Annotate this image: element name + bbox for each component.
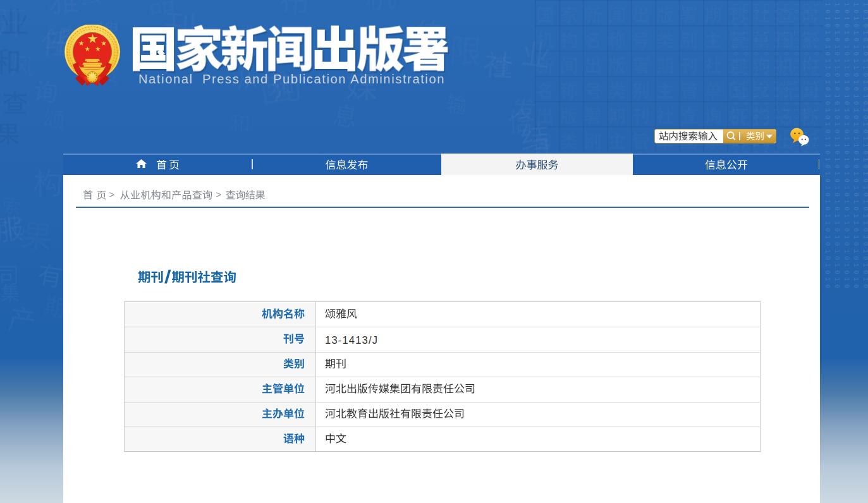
svg-text:101010101101010101011010101010: 1010101011010101010110101010101101010101… bbox=[862, 3, 868, 288]
svg-text:101010101101010101011010101010: 1010101011010101010110101010101101010101… bbox=[852, 3, 859, 288]
svg-text:101010101101010101011010101010: 1010101011010101010110101010101101010101… bbox=[843, 3, 850, 288]
svg-text:101010101101010101011010101010: 1010101011010101010110101010101101010101… bbox=[824, 3, 831, 288]
svg-text:101010101101010101011010101010: 1010101011010101010110101010101101010101… bbox=[833, 3, 840, 288]
